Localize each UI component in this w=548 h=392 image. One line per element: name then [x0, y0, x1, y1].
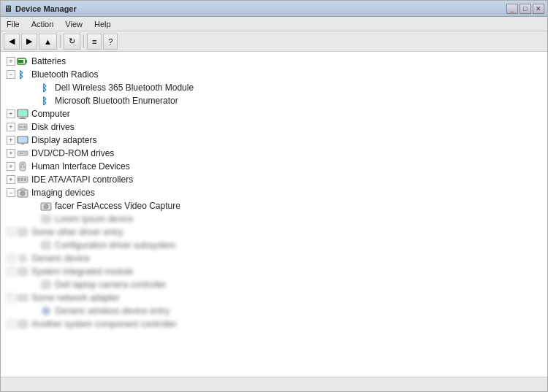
- svg-point-28: [20, 191, 25, 196]
- blurred-item-7: + Some network adapter: [1, 291, 547, 304]
- tree-item-dvd-drives[interactable]: + DVD/CD-ROM drives: [1, 147, 547, 160]
- blurred-item-2: + Some other driver entry: [1, 226, 547, 239]
- imaging-icon: [17, 187, 28, 199]
- batteries-label: Batteries: [31, 56, 66, 66]
- imaging-label: Imaging devices: [31, 188, 95, 198]
- svg-rect-40: [18, 320, 27, 328]
- svg-rect-38: [18, 295, 28, 301]
- back-button[interactable]: ◀: [4, 34, 20, 50]
- tree-item-bluetooth[interactable]: − ᛒ Bluetooth Radios: [1, 68, 547, 81]
- display-adapters-icon: [17, 134, 28, 146]
- refresh-button[interactable]: ↻: [64, 34, 80, 50]
- blurred-item-3: Configuration driver subsystem: [1, 239, 547, 252]
- disk-drives-label: Disk drives: [31, 122, 75, 132]
- device-tree[interactable]: + Batteries − ᛒ Bluetoo: [1, 52, 547, 377]
- help-button[interactable]: ?: [103, 34, 118, 50]
- blurred-label-7: Some network adapter: [31, 293, 120, 303]
- toolbar-separator-1: [60, 35, 61, 48]
- blurred-label-5: System integrated module: [31, 266, 133, 277]
- svg-rect-25: [21, 178, 23, 181]
- expand-display-adapters[interactable]: +: [7, 136, 15, 145]
- forward-button[interactable]: ▶: [21, 34, 37, 50]
- battery-icon: [17, 55, 28, 67]
- tree-item-disk-drives[interactable]: + Disk drives: [1, 120, 547, 134]
- tree-item-display-adapters[interactable]: + Display adapters: [1, 134, 547, 147]
- expand-batteries[interactable]: +: [7, 57, 15, 66]
- svg-text:ᛒ: ᛒ: [42, 82, 47, 93]
- svg-text:ᛒ: ᛒ: [42, 96, 47, 107]
- ms-bluetooth-label: Microsoft Bluetooth Enumerator: [55, 96, 178, 106]
- ide-icon: [17, 174, 28, 185]
- blurred-label-9: Another system component controller: [31, 319, 177, 329]
- content-area: + Batteries − ᛒ Bluetoo: [1, 52, 547, 377]
- svg-rect-9: [19, 118, 26, 119]
- tree-item-ide[interactable]: + IDE ATA/ATAPI controllers: [1, 173, 547, 186]
- expand-dvd-drives[interactable]: +: [7, 149, 15, 158]
- properties-button[interactable]: ≡: [87, 34, 102, 50]
- svg-rect-20: [21, 164, 24, 165]
- tree-item-ms-bluetooth[interactable]: ᛒ Microsoft Bluetooth Enumerator: [1, 94, 547, 107]
- expand-disk-drives[interactable]: +: [7, 123, 15, 131]
- svg-rect-33: [18, 228, 27, 236]
- facer-label: facer FastAccess Video Capture: [55, 201, 180, 211]
- device-manager-window: 🖥 Device Manager _ □ ✕ File Action View …: [0, 0, 548, 392]
- expand-computer[interactable]: +: [7, 109, 15, 118]
- svg-rect-15: [21, 143, 24, 145]
- tree-item-computer[interactable]: + Computer: [1, 107, 547, 120]
- bp2: +: [7, 228, 15, 237]
- hid-label: Human Interface Devices: [31, 161, 130, 172]
- svg-rect-37: [42, 281, 50, 288]
- blurred-content: Lorem ipsum device + Some other driver e…: [1, 212, 547, 331]
- expand-hid[interactable]: +: [7, 162, 15, 171]
- svg-rect-7: [18, 110, 27, 116]
- blurred-item-5: + System integrated module: [1, 265, 547, 278]
- toolbar: ◀ ▶ ▲ ↻ ≡ ?: [1, 31, 547, 52]
- blurred-item-8: Generic wireless device entry: [1, 304, 547, 318]
- svg-point-35: [19, 255, 26, 262]
- svg-rect-32: [42, 215, 50, 223]
- dell-bluetooth-icon: ᛒ: [40, 82, 52, 93]
- tree-item-facer[interactable]: facer FastAccess Video Capture: [1, 199, 547, 212]
- blurred-item-1: Lorem ipsum device: [1, 212, 547, 226]
- tree-item-batteries[interactable]: + Batteries: [1, 55, 547, 68]
- minimize-button[interactable]: _: [506, 4, 518, 14]
- menu-view[interactable]: View: [62, 18, 85, 30]
- svg-rect-21: [20, 166, 22, 168]
- window-title: Device Manager: [15, 4, 77, 13]
- svg-point-11: [23, 126, 26, 128]
- expand-ide[interactable]: +: [7, 175, 15, 184]
- svg-point-18: [25, 153, 27, 155]
- blurred-label-3: Configuration driver subsystem: [55, 240, 175, 250]
- disk-drives-icon: [17, 121, 28, 133]
- ms-bluetooth-icon: ᛒ: [40, 95, 52, 107]
- blurred-item-6: Dell laptop camera controller: [1, 278, 547, 291]
- menu-action[interactable]: Action: [28, 18, 57, 30]
- svg-rect-22: [23, 166, 25, 168]
- svg-rect-12: [19, 126, 23, 128]
- svg-point-39: [42, 307, 50, 315]
- menu-help[interactable]: Help: [91, 18, 114, 30]
- hid-icon: [17, 161, 28, 172]
- up-button[interactable]: ▲: [39, 34, 57, 50]
- computer-icon: [17, 108, 28, 120]
- bluetooth-label: Bluetooth Radios: [31, 69, 98, 80]
- blurred-item-9: + Another system component controller: [1, 318, 547, 331]
- svg-rect-8: [20, 117, 25, 118]
- facer-icon: [40, 200, 52, 212]
- tree-item-imaging[interactable]: − Imaging devices: [1, 186, 547, 199]
- tree-item-dell-bluetooth[interactable]: ᛒ Dell Wireless 365 Bluetooth Module: [1, 81, 547, 94]
- expand-bluetooth[interactable]: −: [7, 70, 15, 79]
- menu-file[interactable]: File: [4, 18, 23, 30]
- tree-item-hid[interactable]: + Human Interface Devices: [1, 160, 547, 173]
- maximize-button[interactable]: □: [520, 4, 531, 14]
- title-bar-controls: _ □ ✕: [506, 4, 544, 14]
- dell-bluetooth-label: Dell Wireless 365 Bluetooth Module: [55, 82, 194, 93]
- svg-rect-34: [42, 242, 50, 249]
- expand-imaging[interactable]: −: [7, 188, 15, 197]
- svg-rect-17: [19, 153, 23, 154]
- svg-text:ᛒ: ᛒ: [18, 69, 24, 80]
- blurred-label-8: Generic wireless device entry: [55, 306, 170, 316]
- status-bar: [1, 377, 547, 391]
- close-button[interactable]: ✕: [533, 4, 544, 14]
- computer-label: Computer: [31, 109, 70, 119]
